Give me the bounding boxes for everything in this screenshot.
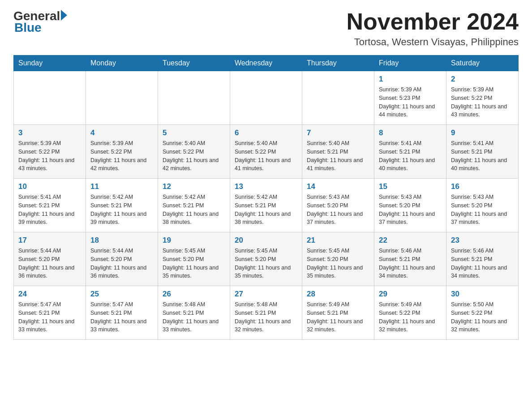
table-row: 8Sunrise: 5:41 AM Sunset: 5:21 PM Daylig…: [374, 125, 446, 179]
logo-arrow-icon: [61, 10, 67, 21]
day-info: Sunrise: 5:39 AM Sunset: 5:22 PM Dayligh…: [18, 139, 81, 173]
day-number: 28: [307, 290, 369, 299]
day-info: Sunrise: 5:39 AM Sunset: 5:23 PM Dayligh…: [379, 86, 442, 119]
day-info: Sunrise: 5:40 AM Sunset: 5:21 PM Dayligh…: [307, 139, 369, 173]
table-row: 26Sunrise: 5:48 AM Sunset: 5:21 PM Dayli…: [158, 286, 230, 340]
table-row: 29Sunrise: 5:49 AM Sunset: 5:22 PM Dayli…: [374, 286, 446, 340]
table-row: 12Sunrise: 5:42 AM Sunset: 5:21 PM Dayli…: [158, 179, 230, 232]
calendar-table: Sunday Monday Tuesday Wednesday Thursday…: [13, 55, 519, 340]
header-sunday: Sunday: [14, 56, 86, 71]
day-info: Sunrise: 5:47 AM Sunset: 5:21 PM Dayligh…: [18, 300, 81, 334]
day-info: Sunrise: 5:44 AM Sunset: 5:20 PM Dayligh…: [90, 247, 153, 280]
day-number: 17: [18, 236, 81, 245]
day-info: Sunrise: 5:43 AM Sunset: 5:20 PM Dayligh…: [379, 193, 442, 227]
day-info: Sunrise: 5:40 AM Sunset: 5:22 PM Dayligh…: [163, 139, 225, 173]
day-info: Sunrise: 5:50 AM Sunset: 5:22 PM Dayligh…: [451, 300, 514, 334]
table-row: 17Sunrise: 5:44 AM Sunset: 5:20 PM Dayli…: [14, 232, 86, 286]
day-number: 27: [235, 290, 297, 299]
day-number: 4: [90, 128, 153, 137]
day-number: 6: [235, 128, 297, 137]
day-info: Sunrise: 5:48 AM Sunset: 5:21 PM Dayligh…: [163, 300, 225, 334]
table-row: [14, 71, 86, 125]
table-row: 1Sunrise: 5:39 AM Sunset: 5:23 PM Daylig…: [374, 71, 446, 125]
day-number: 19: [163, 236, 225, 245]
day-number: 18: [90, 236, 153, 245]
table-row: 9Sunrise: 5:41 AM Sunset: 5:21 PM Daylig…: [446, 125, 519, 179]
table-row: 20Sunrise: 5:45 AM Sunset: 5:20 PM Dayli…: [230, 232, 302, 286]
day-number: 11: [90, 182, 153, 191]
table-row: 21Sunrise: 5:45 AM Sunset: 5:20 PM Dayli…: [302, 232, 374, 286]
calendar-row-1: 3Sunrise: 5:39 AM Sunset: 5:22 PM Daylig…: [14, 125, 519, 179]
header-monday: Monday: [86, 56, 158, 71]
day-info: Sunrise: 5:40 AM Sunset: 5:22 PM Dayligh…: [235, 139, 297, 173]
day-number: 16: [451, 182, 514, 191]
day-number: 26: [163, 290, 225, 299]
table-row: 2Sunrise: 5:39 AM Sunset: 5:22 PM Daylig…: [446, 71, 519, 125]
table-row: 27Sunrise: 5:48 AM Sunset: 5:21 PM Dayli…: [230, 286, 302, 340]
header-friday: Friday: [374, 56, 446, 71]
day-info: Sunrise: 5:49 AM Sunset: 5:21 PM Dayligh…: [307, 300, 369, 334]
day-number: 29: [379, 290, 442, 299]
day-number: 1: [379, 75, 442, 84]
day-number: 5: [163, 128, 225, 137]
table-row: 30Sunrise: 5:50 AM Sunset: 5:22 PM Dayli…: [446, 286, 519, 340]
table-row: 11Sunrise: 5:42 AM Sunset: 5:21 PM Dayli…: [86, 179, 158, 232]
table-row: 19Sunrise: 5:45 AM Sunset: 5:20 PM Dayli…: [158, 232, 230, 286]
day-number: 9: [451, 128, 514, 137]
day-number: 14: [307, 182, 369, 191]
day-number: 23: [451, 236, 514, 245]
header: General Blue November 2024 Tortosa, West…: [13, 9, 519, 48]
table-row: 16Sunrise: 5:43 AM Sunset: 5:20 PM Dayli…: [446, 179, 519, 232]
day-info: Sunrise: 5:45 AM Sunset: 5:20 PM Dayligh…: [163, 247, 225, 280]
table-row: 18Sunrise: 5:44 AM Sunset: 5:20 PM Dayli…: [86, 232, 158, 286]
day-info: Sunrise: 5:48 AM Sunset: 5:21 PM Dayligh…: [235, 300, 297, 334]
location-title: Tortosa, Western Visayas, Philippines: [347, 36, 519, 48]
table-row: 22Sunrise: 5:46 AM Sunset: 5:21 PM Dayli…: [374, 232, 446, 286]
table-row: 15Sunrise: 5:43 AM Sunset: 5:20 PM Dayli…: [374, 179, 446, 232]
day-number: 25: [90, 290, 153, 299]
day-info: Sunrise: 5:43 AM Sunset: 5:20 PM Dayligh…: [451, 193, 514, 227]
calendar-row-3: 17Sunrise: 5:44 AM Sunset: 5:20 PM Dayli…: [14, 232, 519, 286]
day-info: Sunrise: 5:41 AM Sunset: 5:21 PM Dayligh…: [18, 193, 81, 227]
table-row: 13Sunrise: 5:42 AM Sunset: 5:21 PM Dayli…: [230, 179, 302, 232]
header-tuesday: Tuesday: [158, 56, 230, 71]
table-row: 14Sunrise: 5:43 AM Sunset: 5:20 PM Dayli…: [302, 179, 374, 232]
weekday-header-row: Sunday Monday Tuesday Wednesday Thursday…: [14, 56, 519, 71]
day-info: Sunrise: 5:42 AM Sunset: 5:21 PM Dayligh…: [90, 193, 153, 227]
day-number: 15: [379, 182, 442, 191]
table-row: 23Sunrise: 5:46 AM Sunset: 5:21 PM Dayli…: [446, 232, 519, 286]
day-number: 21: [307, 236, 369, 245]
day-number: 30: [451, 290, 514, 299]
table-row: [302, 71, 374, 125]
table-row: 28Sunrise: 5:49 AM Sunset: 5:21 PM Dayli…: [302, 286, 374, 340]
day-info: Sunrise: 5:41 AM Sunset: 5:21 PM Dayligh…: [451, 139, 514, 173]
day-info: Sunrise: 5:49 AM Sunset: 5:22 PM Dayligh…: [379, 300, 442, 334]
day-info: Sunrise: 5:45 AM Sunset: 5:20 PM Dayligh…: [307, 247, 369, 280]
day-info: Sunrise: 5:43 AM Sunset: 5:20 PM Dayligh…: [307, 193, 369, 227]
day-info: Sunrise: 5:46 AM Sunset: 5:21 PM Dayligh…: [451, 247, 514, 280]
table-row: 7Sunrise: 5:40 AM Sunset: 5:21 PM Daylig…: [302, 125, 374, 179]
table-row: 24Sunrise: 5:47 AM Sunset: 5:21 PM Dayli…: [14, 286, 86, 340]
day-info: Sunrise: 5:41 AM Sunset: 5:21 PM Dayligh…: [379, 139, 442, 173]
day-number: 10: [18, 182, 81, 191]
table-row: 5Sunrise: 5:40 AM Sunset: 5:22 PM Daylig…: [158, 125, 230, 179]
table-row: [158, 71, 230, 125]
day-number: 12: [163, 182, 225, 191]
table-row: [86, 71, 158, 125]
table-row: 4Sunrise: 5:39 AM Sunset: 5:22 PM Daylig…: [86, 125, 158, 179]
day-info: Sunrise: 5:42 AM Sunset: 5:21 PM Dayligh…: [235, 193, 297, 227]
title-area: November 2024 Tortosa, Western Visayas, …: [347, 9, 519, 48]
day-info: Sunrise: 5:42 AM Sunset: 5:21 PM Dayligh…: [163, 193, 225, 227]
day-info: Sunrise: 5:45 AM Sunset: 5:20 PM Dayligh…: [235, 247, 297, 280]
day-number: 13: [235, 182, 297, 191]
day-number: 20: [235, 236, 297, 245]
day-info: Sunrise: 5:39 AM Sunset: 5:22 PM Dayligh…: [90, 139, 153, 173]
table-row: 25Sunrise: 5:47 AM Sunset: 5:21 PM Dayli…: [86, 286, 158, 340]
table-row: 3Sunrise: 5:39 AM Sunset: 5:22 PM Daylig…: [14, 125, 86, 179]
table-row: 6Sunrise: 5:40 AM Sunset: 5:22 PM Daylig…: [230, 125, 302, 179]
logo: General Blue: [13, 9, 67, 35]
day-number: 3: [18, 128, 81, 137]
table-row: 10Sunrise: 5:41 AM Sunset: 5:21 PM Dayli…: [14, 179, 86, 232]
day-number: 7: [307, 128, 369, 137]
month-title: November 2024: [347, 9, 519, 34]
